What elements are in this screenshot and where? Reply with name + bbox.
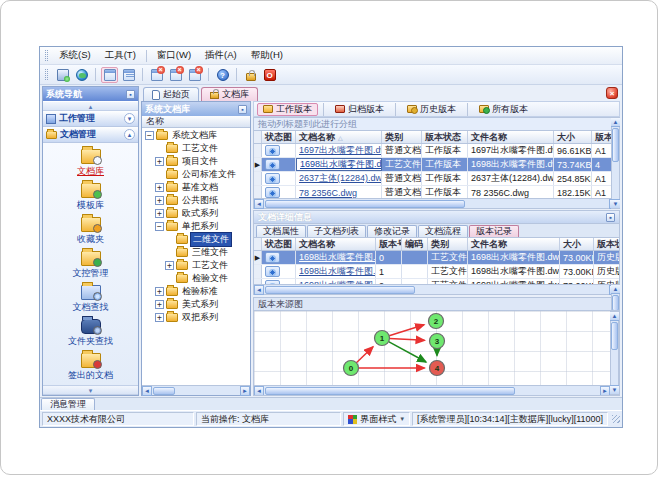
menu-item[interactable]: 插件(A) — [198, 47, 244, 64]
monitor-button[interactable] — [54, 67, 71, 83]
sidebar-scroll-strip[interactable]: ▾ — [43, 385, 138, 395]
document-name-link[interactable]: 1698出水嘴零件图.dwg — [296, 265, 376, 278]
toolbar-grip[interactable] — [45, 50, 48, 61]
column-header-状态图[interactable]: 状态图 — [262, 238, 296, 250]
column-header-类别[interactable]: 类别 — [382, 131, 422, 143]
tree-node-工艺文件[interactable]: +工艺文件 — [142, 259, 250, 272]
document-name-link[interactable]: 1698出水嘴零件图.dwg — [296, 251, 376, 264]
help-button[interactable] — [214, 67, 231, 83]
tab-document-flow[interactable]: 文档流程 — [418, 225, 468, 237]
tree-expand-plus-icon[interactable]: + — [155, 313, 164, 322]
table-row[interactable]: 2637主体(12284).dwg普通文档工作版本2637主体(12284).d… — [254, 172, 619, 186]
version-node-4[interactable]: 4 — [430, 361, 445, 376]
table-horizontal-scrollbar[interactable]: ◄ ► — [253, 285, 620, 295]
tab-document-library[interactable]: 文档库 — [201, 87, 258, 101]
sidebar-item-文控管理[interactable]: 文控管理 — [43, 248, 138, 282]
tree-node-二维文件[interactable]: 二维文件 — [142, 233, 250, 246]
sidebar-item-签出的文档[interactable]: 签出的文档 — [43, 350, 138, 384]
work-version-button[interactable]: 工作版本 — [257, 103, 318, 116]
scroll-up-icon[interactable]: ▲ — [611, 285, 620, 294]
tab-document-properties[interactable]: 文档属性 — [256, 225, 306, 237]
close-window-button[interactable] — [148, 67, 165, 83]
close-other-windows-button[interactable] — [186, 67, 203, 83]
tree-node-工艺文件[interactable]: 工艺文件 — [142, 142, 250, 155]
table-row[interactable]: ▶1698出水嘴零件图.dwg工艺文件工作版本1698出水嘴零件图.dwg73.… — [254, 158, 619, 172]
tree-node-公司标准文件[interactable]: 公司标准文件 — [142, 168, 250, 181]
document-name-link[interactable]: 1698出水嘴零件图.dwg — [296, 158, 382, 171]
table-vertical-scrollbar[interactable]: ▲ ▼ — [611, 117, 620, 209]
scrollbar-thumb[interactable] — [612, 128, 619, 162]
column-header-类别[interactable]: 类别 — [428, 238, 468, 250]
sidebar-item-文件夹查找[interactable]: 文件夹查找 — [43, 316, 138, 350]
sidebar-collapse-strip[interactable]: ▴ — [43, 101, 138, 111]
version-node-3[interactable]: 3 — [430, 334, 445, 349]
pushpin-icon[interactable]: ▪ — [238, 105, 247, 114]
scroll-up-icon[interactable]: ▲ — [610, 312, 619, 321]
menu-item[interactable]: 窗口(W) — [150, 47, 198, 64]
globe-button[interactable] — [73, 67, 90, 83]
tree-node-基准文档[interactable]: +基准文档 — [142, 181, 250, 194]
column-header-文档名称[interactable]: 文档名称△ — [296, 131, 382, 143]
tree-expand-plus-icon[interactable]: + — [155, 196, 164, 205]
tree-node-美式系列[interactable]: +美式系列 — [142, 298, 250, 311]
menu-item[interactable]: 系统(S) — [52, 47, 98, 64]
tree-node-检验文件[interactable]: 检验文件 — [142, 272, 250, 285]
tree-node-双把系列[interactable]: +双把系列 — [142, 311, 250, 324]
column-header-大小[interactable]: 大小 — [554, 131, 592, 143]
scroll-left-icon[interactable]: ◄ — [254, 386, 264, 396]
tab-start-page[interactable]: 起始页 — [143, 87, 199, 101]
resize-grip-icon[interactable] — [612, 415, 620, 423]
tab-modification-records[interactable]: 修改记录 — [367, 225, 417, 237]
window-list-button[interactable] — [120, 67, 137, 83]
tree-expand-plus-icon[interactable]: + — [155, 300, 164, 309]
scroll-left-icon[interactable]: ◄ — [254, 199, 264, 209]
all-versions-button[interactable]: 所有版本 — [473, 103, 534, 116]
version-node-2[interactable]: 2 — [429, 314, 444, 329]
column-header-版本号[interactable]: 版本号 — [376, 238, 402, 250]
scroll-up-icon[interactable]: ▲ — [611, 118, 620, 127]
table-row[interactable]: 1698出水嘴零件图.dwg1工艺文件1698出水嘴零件图.dwg73.00KB… — [254, 265, 619, 279]
sidebar-item-收藏夹[interactable]: 收藏夹 — [43, 214, 138, 248]
tab-version-records[interactable]: 版本记录 — [469, 225, 519, 237]
tree-node-公共图纸[interactable]: +公共图纸 — [142, 194, 250, 207]
tree-node-欧式系列[interactable]: +欧式系列 — [142, 207, 250, 220]
table-row[interactable]: ▶1698出水嘴零件图.dwg0工艺文件1698出水嘴零件图.dwg73.00K… — [254, 251, 619, 265]
version-node-0[interactable]: 0 — [344, 361, 359, 376]
chevron-down-icon[interactable]: ▾ — [124, 113, 135, 124]
sidebar-item-文档库[interactable]: 文档库 — [43, 146, 138, 180]
scrollbar-thumb[interactable] — [265, 200, 465, 208]
document-name-link[interactable]: 1697出水嘴零件图.dwg — [296, 144, 382, 157]
exit-button[interactable] — [261, 67, 278, 83]
table-horizontal-scrollbar[interactable]: ◄ ► — [253, 199, 620, 209]
scroll-left-icon[interactable]: ◄ — [142, 386, 152, 396]
sidebar-item-文档查找[interactable]: 文档查找 — [43, 282, 138, 316]
message-management-panel[interactable]: 消息管理 — [41, 398, 95, 410]
tree-expand-plus-icon[interactable]: + — [155, 209, 164, 218]
document-name-link[interactable]: 2637主体(12284).dwg — [296, 172, 382, 185]
scroll-right-icon[interactable]: ► — [600, 386, 610, 396]
scrollbar-thumb[interactable] — [265, 286, 415, 294]
tab-subdocument-list[interactable]: 子文档列表 — [307, 225, 366, 237]
document-name-link[interactable]: 78 2356C.dwg — [296, 186, 382, 199]
table-row[interactable]: 1697出水嘴零件图.dwg普通文档工作版本1697出水嘴零件图.dwg96.6… — [254, 144, 619, 158]
scrollbar-thumb[interactable] — [265, 387, 515, 395]
column-header-文件名称[interactable]: 文件名称 — [468, 238, 560, 250]
column-header-文件名称[interactable]: 文件名称 — [468, 131, 554, 143]
tree-node-检验标准[interactable]: +检验标准 — [142, 285, 250, 298]
tree-column-header[interactable]: 名称 — [142, 116, 250, 128]
column-header-状态图[interactable]: 状态图 — [262, 131, 296, 143]
column-header-文档名称[interactable]: 文档名称 — [296, 238, 376, 250]
graph-horizontal-scrollbar[interactable]: ◄ ► — [254, 385, 610, 395]
column-header-编码[interactable]: 编码 — [402, 238, 428, 250]
tree-expand-minus-icon[interactable]: − — [145, 131, 154, 140]
history-version-button[interactable]: 历史版本 — [401, 103, 462, 116]
table-row[interactable]: 78 2356C.dwg普通文档工作版本78 2356C.dwg182.15KB… — [254, 186, 619, 199]
sidebar-group-document[interactable]: 文档管理 ▴ — [43, 127, 138, 143]
tree-expand-plus-icon[interactable]: + — [165, 261, 174, 270]
pushpin-icon[interactable]: ▪ — [606, 213, 615, 222]
column-header-大小[interactable]: 大小 — [560, 238, 594, 250]
toolbar-grip[interactable] — [45, 69, 48, 80]
version-node-1[interactable]: 1 — [375, 331, 390, 346]
menu-item[interactable]: 帮助(H) — [244, 47, 290, 64]
tree-expand-plus-icon[interactable]: + — [155, 287, 164, 296]
